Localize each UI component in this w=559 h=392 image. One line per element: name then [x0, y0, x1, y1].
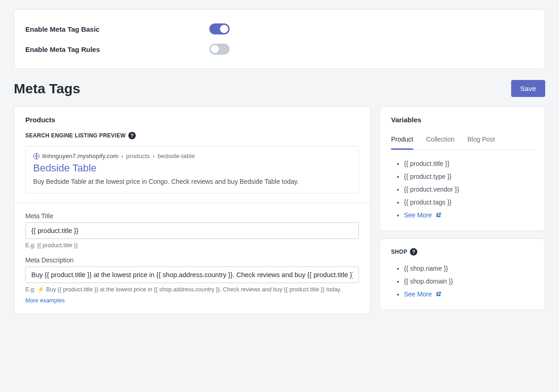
shop-card: SHOP ? {{ shop.name }} {{ shop.domain }}…: [380, 239, 545, 310]
globe-icon: [33, 153, 40, 159]
toggle-row-basic: Enable Meta Tag Basic: [25, 19, 534, 39]
product-variable-list: {{ product.title }} {{ product.type }} {…: [391, 157, 534, 222]
tab-blog-post[interactable]: Blog Post: [467, 132, 495, 150]
products-title: Products: [25, 116, 359, 124]
toggle-rules-label: Enable Meta Tag Rules: [25, 45, 209, 53]
sep2: ›: [153, 153, 155, 159]
see-more-item[interactable]: See More: [404, 288, 534, 301]
variables-tabs: Product Collection Blog Post: [391, 132, 534, 150]
external-link-icon: [436, 212, 441, 217]
see-more-link[interactable]: See More: [404, 211, 432, 219]
toggle-basic-label: Enable Meta Tag Basic: [25, 25, 209, 33]
var-item: {{ product.vendor }}: [404, 183, 534, 196]
preview-path1: products: [126, 153, 150, 159]
serp-preview: linhnguyen7.myshopify.com › products › b…: [25, 146, 359, 193]
divider: [14, 203, 370, 203]
meta-desc-input[interactable]: [25, 267, 359, 283]
tab-product[interactable]: Product: [391, 132, 413, 150]
page-title: Meta Tags: [14, 81, 80, 97]
var-item: {{ product.type }}: [404, 170, 534, 183]
toggles-card: Enable Meta Tag Basic Enable Meta Tag Ru…: [14, 9, 545, 69]
preview-heading-text: SEARCH ENGINE LISTING PREVIEW: [25, 132, 126, 139]
var-item: {{ shop.domain }}: [404, 275, 534, 288]
products-card: Products SEARCH ENGINE LISTING PREVIEW ?…: [14, 106, 370, 314]
shop-heading-row: SHOP ?: [391, 248, 534, 256]
var-item: {{ shop.name }}: [404, 262, 534, 275]
toggle-rules[interactable]: [209, 44, 230, 55]
shop-variable-list: {{ shop.name }} {{ shop.domain }} See Mo…: [391, 262, 534, 301]
preview-url: linhnguyen7.myshopify.com › products › b…: [33, 153, 351, 159]
tab-collection[interactable]: Collection: [426, 132, 454, 150]
preview-path2: bedside-table: [157, 153, 195, 159]
help-icon[interactable]: ?: [128, 132, 136, 139]
meta-title-label: Meta Title: [25, 212, 359, 220]
preview-title: Bedside Table: [33, 162, 351, 174]
shop-heading: SHOP: [391, 249, 407, 255]
external-link-icon: [436, 291, 441, 296]
save-button[interactable]: Save: [511, 80, 545, 97]
var-item: {{ product.title }}: [404, 157, 534, 170]
preview-heading: SEARCH ENGINE LISTING PREVIEW ?: [25, 132, 359, 139]
toggle-row-rules: Enable Meta Tag Rules: [25, 39, 534, 59]
toggle-basic[interactable]: [209, 23, 230, 34]
sep1: ›: [121, 153, 124, 159]
bolt-icon: ⚡: [37, 286, 45, 293]
preview-host: linhnguyen7.myshopify.com: [42, 153, 119, 159]
preview-desc: Buy Bedside Table at the lowest price in…: [33, 177, 351, 187]
hint-body: Buy {{ product.title }} at the lowest pr…: [46, 286, 341, 293]
var-item: {{ product.tags }}: [404, 196, 534, 209]
meta-title-input[interactable]: [25, 222, 359, 239]
page-header: Meta Tags Save: [14, 80, 545, 97]
meta-desc-hint: E.g: ⚡ Buy {{ product.title }} at the lo…: [25, 285, 359, 294]
meta-desc-label: Meta Description: [25, 256, 359, 264]
variables-title: Variables: [391, 116, 534, 124]
see-more-link[interactable]: See More: [404, 290, 432, 298]
meta-title-hint: E.g: {{ product.title }}: [25, 241, 359, 250]
hint-prefix: E.g:: [25, 286, 35, 293]
more-examples-link[interactable]: More examples: [25, 297, 64, 304]
help-icon[interactable]: ?: [410, 248, 417, 256]
variables-card: Variables Product Collection Blog Post {…: [380, 106, 545, 231]
see-more-item[interactable]: See More: [404, 209, 534, 222]
